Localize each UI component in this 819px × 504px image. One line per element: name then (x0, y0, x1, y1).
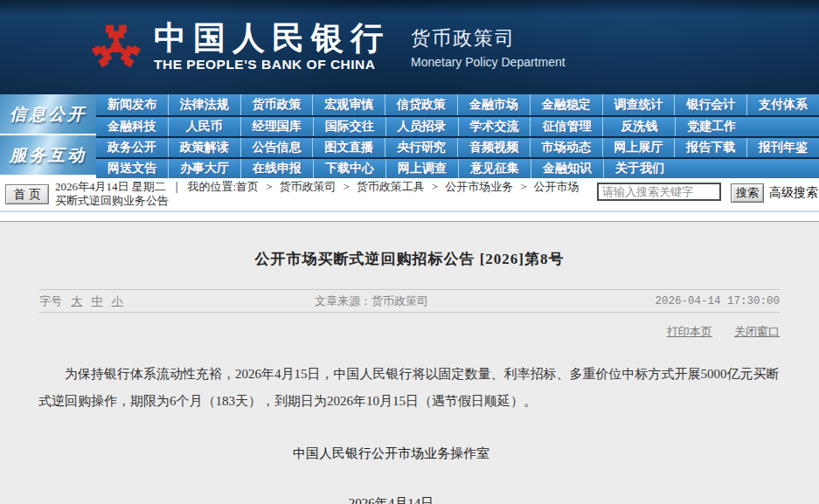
nav-item[interactable]: 报刊年鉴 (746, 138, 819, 157)
home-button[interactable]: 首 页 (5, 184, 49, 204)
search-button[interactable]: 搜索 (731, 183, 764, 203)
nav-item[interactable]: 图文直播 (312, 138, 385, 157)
breadcrumb-date: 2026年4月14日 星期二 (55, 180, 166, 193)
nav-tab-service-interaction[interactable]: 服务互动 (0, 135, 96, 175)
nav-item[interactable]: 公告信息 (240, 138, 313, 157)
breadcrumb-item-omo[interactable]: 公开市场业务 (445, 180, 513, 193)
bank-name-cn: 中国人民银行 (154, 22, 390, 55)
nav-section-labels: 信息公开 服务互动 (0, 94, 96, 178)
nav-row-1: 新闻发布 法律法规 货币政策 宏观审慎 信贷政策 金融市场 金融稳定 调查统计 … (96, 94, 819, 115)
site-header: 中国人民银行 THE PEOPLE'S BANK OF CHINA 货币政策司 … (0, 0, 819, 93)
search-input[interactable] (597, 183, 721, 201)
nav-item[interactable]: 反洗钱 (602, 117, 675, 136)
nav-item[interactable]: 经理国库 (240, 117, 313, 136)
nav-item[interactable]: 征信管理 (530, 117, 602, 136)
nav-item[interactable]: 支付体系 (746, 94, 819, 115)
nav-item[interactable]: 网上展厅 (602, 138, 675, 157)
nav-item[interactable]: 银行会计 (674, 94, 746, 115)
close-window-link[interactable]: 关闭窗口 (734, 325, 780, 338)
nav-tab-information-disclosure[interactable]: 信息公开 (0, 94, 96, 134)
nav-empty-cell (676, 159, 819, 178)
nav-item[interactable]: 党建工作 (675, 117, 747, 136)
department-title-block: 货币政策司 Monetary Policy Department (411, 25, 566, 69)
nav-item[interactable]: 音频视频 (457, 138, 530, 157)
nav-item[interactable]: 货币政策 (240, 94, 313, 115)
spacer (0, 212, 819, 221)
nav-item[interactable]: 政务公开 (96, 138, 168, 157)
breadcrumb-divider: > (520, 180, 526, 193)
nav-item[interactable]: 市场动态 (530, 138, 602, 157)
font-size-small-link[interactable]: 小 (112, 294, 123, 307)
bank-title-block: 中国人民银行 THE PEOPLE'S BANK OF CHINA (154, 22, 390, 72)
article-title: 公开市场买断式逆回购招标公告 [2026]第8号 (0, 222, 819, 269)
nav-item[interactable]: 人民币 (168, 117, 240, 136)
nav-item[interactable]: 政策解读 (168, 138, 240, 157)
nav-row-4: 网送文告 办事大厅 在线申报 下载中心 网上调查 意见征集 金融知识 关于我们 (96, 157, 819, 178)
bank-name-en: THE PEOPLE'S BANK OF CHINA (154, 57, 390, 72)
department-name-en: Monetary Policy Department (411, 55, 566, 69)
nav-item[interactable]: 金融科技 (96, 117, 168, 136)
nav-row-3: 政务公开 政策解读 公告信息 图文直播 央行研究 音频视频 市场动态 网上展厅 … (96, 136, 819, 157)
nav-item[interactable]: 报告下载 (674, 138, 746, 157)
nav-empty-cell (747, 117, 819, 136)
nav-menu-grid: 新闻发布 法律法规 货币政策 宏观审慎 信贷政策 金融市场 金融稳定 调查统计 … (96, 94, 819, 178)
article-panel: 公开市场买断式逆回购招标公告 [2026]第8号 字号 大 中 小 文章来源：货… (0, 221, 819, 504)
article-datetime: 2026-04-14 17:30:00 (655, 295, 780, 307)
main-nav: 信息公开 服务互动 新闻发布 法律法规 货币政策 宏观审慎 信贷政策 金融市场 … (0, 93, 819, 178)
breadcrumb-divider: > (266, 180, 272, 193)
nav-item[interactable]: 网送文告 (96, 159, 168, 178)
article-signature: 中国人民银行公开市场业务操作室 (0, 445, 819, 462)
breadcrumb-bar: 首 页 2026年4月14日 星期二｜我的位置:首页>货币政策司>货币政策工具>… (0, 178, 819, 212)
nav-item[interactable]: 法律法规 (168, 94, 240, 115)
breadcrumb-item-home[interactable]: 首页 (236, 180, 259, 193)
nav-item[interactable]: 下载中心 (313, 159, 385, 178)
font-size-large-link[interactable]: 大 (71, 294, 82, 307)
page: 中国人民银行 THE PEOPLE'S BANK OF CHINA 货币政策司 … (0, 0, 819, 504)
font-size-medium-link[interactable]: 中 (92, 294, 103, 307)
nav-item[interactable]: 信贷政策 (385, 94, 457, 115)
breadcrumb: 2026年4月14日 星期二｜我的位置:首页>货币政策司>货币政策工具>公开市场… (55, 180, 590, 208)
breadcrumb-pipe: ｜ (171, 180, 183, 193)
nav-item[interactable]: 网上调查 (385, 159, 458, 178)
nav-item[interactable]: 意见征集 (458, 159, 531, 178)
breadcrumb-item-dept[interactable]: 货币政策司 (279, 180, 336, 193)
nav-item[interactable]: 金融稳定 (530, 94, 602, 115)
nav-item[interactable]: 学术交流 (458, 117, 531, 136)
nav-item[interactable]: 调查统计 (602, 94, 675, 115)
nav-item[interactable]: 办事大厅 (168, 159, 240, 178)
source-label: 文章来源： (315, 294, 371, 307)
nav-item[interactable]: 央行研究 (385, 138, 457, 157)
pboc-logo-icon (89, 18, 143, 76)
print-page-link[interactable]: 打印本页 (667, 325, 712, 338)
font-size-label: 字号 (39, 294, 62, 307)
nav-item[interactable]: 金融知识 (531, 159, 603, 178)
nav-item[interactable]: 人员招录 (385, 117, 458, 136)
breadcrumb-item-tools[interactable]: 货币政策工具 (357, 180, 425, 193)
article-actions: 打印本页 关闭窗口 (39, 324, 780, 340)
article-meta-bar: 字号 大 中 小 文章来源：货币政策司 2026-04-14 17:30:00 (39, 289, 780, 313)
nav-item[interactable]: 关于我们 (603, 159, 676, 178)
font-size-controls: 字号 大 中 小 (39, 293, 315, 309)
breadcrumb-divider: > (343, 180, 349, 193)
nav-row-2: 金融科技 人民币 经理国库 国际交往 人员招录 学术交流 征信管理 反洗钱 党建… (96, 115, 819, 136)
nav-item[interactable]: 宏观审慎 (312, 94, 385, 115)
article-date: 2026年4月14日 (0, 495, 819, 504)
nav-item[interactable]: 国际交往 (313, 117, 385, 136)
breadcrumb-location-label: 我的位置: (187, 180, 236, 193)
breadcrumb-divider: > (432, 180, 438, 193)
article-body: 为保持银行体系流动性充裕，2026年4月15日，中国人民银行将以固定数量、利率招… (38, 361, 781, 415)
advanced-search-link[interactable]: 高级搜索 (769, 185, 818, 201)
nav-item[interactable]: 金融市场 (457, 94, 530, 115)
source-value: 货币政策司 (371, 294, 428, 307)
article-source: 文章来源：货币政策司 (315, 293, 655, 309)
nav-item[interactable]: 在线申报 (240, 159, 313, 178)
department-name-cn: 货币政策司 (411, 25, 566, 52)
nav-item[interactable]: 新闻发布 (96, 94, 168, 115)
